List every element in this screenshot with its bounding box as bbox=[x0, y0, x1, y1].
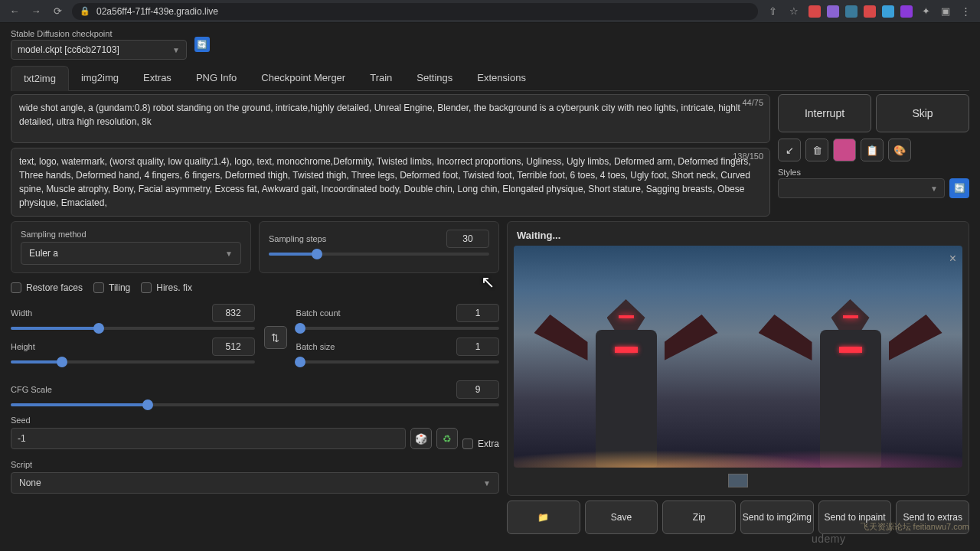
save-button[interactable]: Save bbox=[585, 500, 658, 534]
styles-refresh-button[interactable]: 🔄 bbox=[949, 178, 969, 198]
thumbnail[interactable] bbox=[728, 474, 748, 487]
batch-size-label: Batch size bbox=[296, 342, 335, 351]
sampling-method-select[interactable]: Euler a ▼ bbox=[21, 242, 241, 265]
tab-extras[interactable]: Extras bbox=[131, 66, 184, 90]
ext-icon[interactable] bbox=[808, 5, 821, 18]
styles-label: Styles bbox=[778, 168, 945, 177]
share-icon[interactable]: ⇧ bbox=[766, 5, 779, 18]
width-label: Width bbox=[11, 308, 32, 318]
ext-icon[interactable] bbox=[864, 5, 876, 18]
tab-pnginfo[interactable]: PNG Info bbox=[184, 66, 249, 90]
tab-extensions[interactable]: Extensions bbox=[465, 66, 538, 90]
negative-counter: 138/150 bbox=[733, 152, 763, 161]
clipboard-icon-button[interactable]: 📋 bbox=[861, 139, 884, 161]
send-to-img2img-button[interactable]: Send to img2img bbox=[740, 500, 814, 534]
tab-txt2img[interactable]: txt2img bbox=[11, 66, 69, 91]
tab-checkpoint-merger[interactable]: Checkpoint Merger bbox=[249, 66, 358, 90]
width-slider[interactable] bbox=[11, 327, 255, 330]
swap-dimensions-button[interactable]: ⇅ bbox=[264, 326, 287, 349]
lock-icon: 🔒 bbox=[80, 6, 90, 16]
script-label: Script bbox=[11, 460, 499, 469]
seed-label: Seed bbox=[11, 416, 406, 425]
browser-chrome: ← → ⟳ 🔒 02a56ff4-71ff-439e.gradio.live ⇧… bbox=[0, 0, 980, 23]
sampling-steps-slider[interactable] bbox=[269, 253, 489, 256]
ext-icon[interactable] bbox=[827, 5, 839, 18]
checkpoint-select[interactable]: model.ckpt [cc6cb27103] ▼ bbox=[11, 40, 187, 60]
interrupt-button[interactable]: Interrupt bbox=[778, 94, 871, 132]
height-label: Height bbox=[11, 342, 35, 351]
back-button[interactable]: ← bbox=[8, 5, 21, 18]
batch-size-value[interactable]: 1 bbox=[456, 337, 499, 356]
cfg-value[interactable]: 9 bbox=[456, 380, 499, 399]
cfg-slider[interactable] bbox=[11, 403, 499, 406]
negative-prompt-textarea[interactable]: 138/150 text, logo, watermark, (worst qu… bbox=[11, 148, 770, 217]
cfg-label: CFG Scale bbox=[11, 385, 52, 394]
prompt-counter: 44/75 bbox=[742, 98, 763, 107]
width-value[interactable]: 832 bbox=[212, 304, 255, 322]
url-bar[interactable]: 🔒 02a56ff4-71ff-439e.gradio.live bbox=[72, 3, 758, 20]
ext-icon[interactable] bbox=[900, 5, 913, 18]
skip-button[interactable]: Skip bbox=[876, 94, 969, 132]
hires-fix-checkbox[interactable]: Hires. fix bbox=[141, 282, 192, 293]
menu-icon[interactable]: ⋮ bbox=[959, 5, 972, 18]
tiling-checkbox[interactable]: Tiling bbox=[93, 282, 130, 293]
output-panel: Waiting... × bbox=[507, 221, 969, 496]
checkpoint-label: Stable Diffusion checkpoint bbox=[11, 29, 187, 38]
chevron-down-icon: ▼ bbox=[172, 46, 180, 54]
puzzle-icon[interactable]: ✦ bbox=[919, 5, 933, 18]
batch-count-value[interactable]: 1 bbox=[456, 304, 499, 322]
checkpoint-row: Stable Diffusion checkpoint model.ckpt [… bbox=[11, 29, 969, 60]
chevron-down-icon: ▼ bbox=[225, 249, 233, 258]
seed-random-button[interactable]: 🎲 bbox=[410, 428, 432, 449]
output-thumbnails bbox=[514, 468, 962, 489]
seed-reuse-button[interactable]: ♻ bbox=[436, 428, 458, 449]
output-status: Waiting... bbox=[514, 228, 962, 246]
sampling-steps-label: Sampling steps bbox=[269, 234, 326, 243]
seed-input[interactable]: -1 bbox=[11, 428, 406, 449]
chevron-down-icon: ▼ bbox=[483, 479, 491, 487]
tab-train[interactable]: Train bbox=[358, 66, 404, 90]
height-slider[interactable] bbox=[11, 360, 255, 364]
close-icon[interactable]: × bbox=[949, 252, 956, 266]
height-value[interactable]: 512 bbox=[212, 337, 255, 356]
tab-settings[interactable]: Settings bbox=[404, 66, 465, 90]
ext-icon[interactable] bbox=[882, 5, 894, 18]
zip-button[interactable]: Zip bbox=[662, 500, 736, 534]
pink-icon-button[interactable] bbox=[833, 139, 856, 161]
url-text: 02a56ff4-71ff-439e.gradio.live bbox=[96, 6, 218, 17]
watermark-udemy: udemy bbox=[812, 533, 846, 545]
restore-faces-checkbox[interactable]: Restore faces bbox=[11, 282, 83, 293]
batch-count-label: Batch count bbox=[296, 308, 341, 318]
main-tabs: txt2img img2img Extras PNG Info Checkpoi… bbox=[11, 66, 969, 91]
chevron-down-icon: ▼ bbox=[930, 184, 938, 193]
extension-icons: ✦ ▣ ⋮ bbox=[808, 5, 972, 18]
arrow-icon-button[interactable]: ↙ bbox=[778, 139, 801, 161]
negative-text: text, logo, watermark, (worst quality, l… bbox=[19, 155, 762, 210]
batch-size-slider[interactable] bbox=[296, 360, 499, 364]
trash-icon-button[interactable]: 🗑 bbox=[805, 139, 828, 161]
panel-icon[interactable]: ▣ bbox=[939, 5, 952, 18]
output-image[interactable]: × bbox=[514, 246, 962, 468]
batch-count-slider[interactable] bbox=[296, 327, 499, 330]
seed-extra-checkbox[interactable]: Extra bbox=[462, 439, 499, 449]
ext-icon[interactable] bbox=[845, 5, 858, 18]
script-select[interactable]: None ▼ bbox=[11, 472, 499, 494]
reload-checkpoint-button[interactable]: 🔄 bbox=[194, 37, 210, 52]
forward-button[interactable]: → bbox=[29, 5, 43, 18]
watermark-right: 飞天资源论坛 feitianwu7.com bbox=[861, 521, 969, 533]
styles-select[interactable]: ▼ bbox=[778, 178, 945, 198]
reload-button[interactable]: ⟳ bbox=[51, 5, 64, 18]
prompt-textarea[interactable]: 44/75 wide shot angle, a (gundam:0.8) ro… bbox=[11, 94, 770, 143]
tab-img2img[interactable]: img2img bbox=[69, 66, 131, 90]
sampling-steps-value[interactable]: 30 bbox=[446, 230, 489, 248]
palette-icon-button[interactable]: 🎨 bbox=[888, 139, 911, 161]
sampling-method-label: Sampling method bbox=[21, 230, 241, 239]
star-icon[interactable]: ☆ bbox=[787, 5, 801, 18]
open-folder-button[interactable]: 📁 bbox=[507, 500, 580, 534]
prompt-text: wide shot angle, a (gundam:0.8) robot st… bbox=[19, 101, 762, 136]
